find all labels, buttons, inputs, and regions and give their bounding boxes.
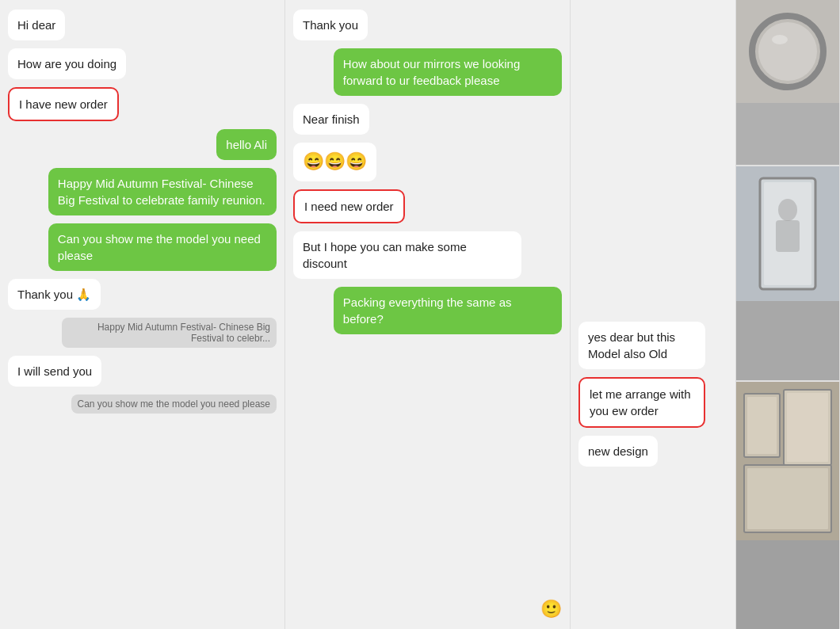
bubble-i-have-new-order: I have new order xyxy=(8,87,119,121)
bubble-thank-you-pray: Thank you 🙏 xyxy=(8,279,101,310)
bubble-how-about-mirrors: How about our mirrors we looking forward… xyxy=(334,48,562,96)
msg-near-finish: Near finish xyxy=(293,104,562,135)
photo-mirror-frames xyxy=(736,382,839,629)
msg-can-you-show-gray: Can you show me the model you need pleas… xyxy=(8,395,277,414)
msg-happy-mid: Happy Mid Autumn Festival- Chinese Big F… xyxy=(8,168,277,215)
bubble-i-need-new-order: I need new order xyxy=(293,189,405,223)
bubble-hi-dear: Hi dear xyxy=(8,10,65,40)
msg-happy-mid-gray: Happy Mid Autumn Festival- Chinese Big F… xyxy=(8,318,277,348)
photo-mirror-tall xyxy=(736,166,839,382)
msg-thank-you: Thank you xyxy=(293,10,562,40)
msg-thank-you-pray: Thank you 🙏 xyxy=(8,279,277,310)
bubble-can-you-show-gray: Can you show me the model you need pleas… xyxy=(71,395,277,414)
bubble-new-design: new design xyxy=(578,436,658,467)
svg-rect-8 xyxy=(776,220,800,252)
chat-column-3: yes dear but this Model also Old let me … xyxy=(571,0,840,629)
msg-how-about-mirrors: How about our mirrors we looking forward… xyxy=(293,48,562,96)
bubble-hello-ali: hello Ali xyxy=(216,129,277,160)
msg-packing-everything: Packing everything the same as before? xyxy=(293,287,562,334)
svg-rect-13 xyxy=(787,393,828,462)
bubble-packing-everything: Packing everything the same as before? xyxy=(334,287,562,334)
msg-i-have-new-order: I have new order xyxy=(8,87,277,121)
bubble-can-you-show: Can you show me the model you need pleas… xyxy=(48,223,277,271)
svg-rect-15 xyxy=(747,468,828,529)
msg-i-need-new-order: I need new order xyxy=(293,189,562,223)
chat-column-1: Hi dear How are you doing I have new ord… xyxy=(0,0,285,629)
msg-hi-dear: Hi dear xyxy=(8,10,277,40)
bubble-but-hope: But I hope you can make some discount xyxy=(293,231,521,279)
bubble-near-finish: Near finish xyxy=(293,104,369,135)
msg-but-hope: But I hope you can make some discount xyxy=(293,231,562,279)
bubble-happy-mid: Happy Mid Autumn Festival- Chinese Big F… xyxy=(48,168,277,215)
bubble-how-are-you: How are you doing xyxy=(8,48,126,79)
bubble-emojis: 😄😄😄 xyxy=(293,143,376,181)
chat-column-2: Thank you How about our mirrors we looki… xyxy=(285,0,571,629)
svg-rect-11 xyxy=(747,397,777,454)
msg-i-will-send: I will send you xyxy=(8,356,277,387)
photo-mirror-circle xyxy=(736,0,839,166)
bubble-thank-you: Thank you xyxy=(293,10,368,40)
svg-point-3 xyxy=(772,35,788,44)
msg-can-you-show: Can you show me the model you need pleas… xyxy=(8,223,277,271)
msg-let-me-arrange: let me arrange with you ew order xyxy=(578,377,727,428)
svg-point-2 xyxy=(758,22,817,81)
bubble-let-me-arrange: let me arrange with you ew order xyxy=(578,377,705,428)
svg-point-7 xyxy=(778,199,797,221)
msg-emojis: 😄😄😄 xyxy=(293,143,562,181)
emoji-bottom-icon: 🙂 xyxy=(540,599,562,619)
msg-yes-dear: yes dear but this Model also Old xyxy=(578,322,727,369)
msg-hello-ali: hello Ali xyxy=(8,129,277,160)
bubble-happy-mid-gray: Happy Mid Autumn Festival- Chinese Big F… xyxy=(62,318,277,348)
bubble-yes-dear: yes dear but this Model also Old xyxy=(578,322,705,369)
msg-new-design: new design xyxy=(578,436,727,467)
bubble-i-will-send: I will send you xyxy=(8,356,101,387)
msg-how-are-you: How are you doing xyxy=(8,48,277,79)
